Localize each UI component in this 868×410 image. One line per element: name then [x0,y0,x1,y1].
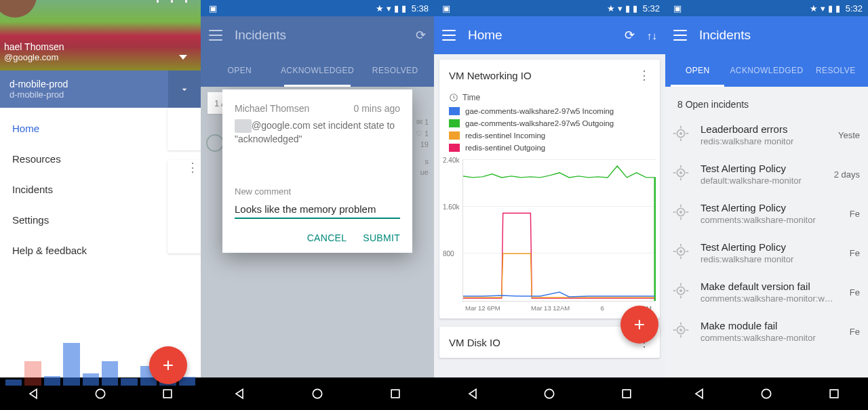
status-time: 5:32 [846,3,863,14]
page-title: Home [468,28,502,43]
incident-subtitle: default:walkshare-monitor [701,176,822,186]
incident-item[interactable]: Test Alerting Policydefault:walkshare-mo… [665,155,868,194]
tabs: OPEN ACKNOWLEDGED RESOLVE [665,54,868,87]
tab-open[interactable]: OPEN [201,54,279,87]
legend-time-basis: Time [449,91,480,104]
tab-acknowledged[interactable]: ACKNOWLEDGED [730,54,803,87]
nfc-icon: ▮ [394,3,399,14]
page-title: Incidents [699,28,751,43]
menu-icon[interactable] [673,30,687,41]
submit-button[interactable]: SUBMIT [363,232,400,243]
legend-item: gae-comments-walkshare2-97w5 Outgoing [449,117,650,129]
comment-dialog: Michael Thomsen 0 mins ago xxx@google.co… [222,89,412,253]
project-selector[interactable]: d-mobile-prod d-mobile-prod [0,70,201,108]
incident-item[interactable]: Test Alerting Policycomments:walkshare-m… [665,194,868,233]
svg-point-2 [313,389,321,398]
incident-time: Fe [850,287,860,298]
page-title: Incidents [235,28,286,43]
nav-recent-icon[interactable] [620,387,633,401]
star-icon: ★ [810,3,818,14]
svg-point-21 [679,211,682,213]
star-icon: ★ [376,3,384,14]
nav-back-icon[interactable] [233,387,246,401]
screenshot-icon: ▣ [442,3,450,14]
incident-title: Test Alerting Policy [701,241,837,253]
wifi-icon: ▾ [618,3,623,14]
target-icon [671,320,691,340]
incident-time: Yeste [838,130,860,140]
dialog-body: xxx@google.com set incident state to "ac… [235,119,400,146]
incident-time: Fe [850,209,860,219]
nav-home-icon[interactable] [94,387,107,401]
content: 1 A ✉ 1 ♡ 1 19 s ue Michael Thomsen 0 mi… [201,87,434,377]
legend-item: redis-sentinel Outgoing [449,142,650,154]
refresh-icon[interactable]: ⟳ [416,28,426,43]
svg-point-0 [96,389,104,398]
card-more-icon[interactable]: ⋮ [638,68,650,83]
incident-title: Make module fail [701,320,837,331]
target-icon [671,123,691,144]
nav-home-icon[interactable] [760,387,773,401]
incident-title: Test Alerting Policy [701,202,837,213]
fab-add[interactable]: + [620,306,658,344]
project-subtitle: d-mobile-prod [9,89,191,100]
nav-recent-icon[interactable] [161,387,174,401]
incident-item[interactable]: Make default version failcomments:walksh… [665,272,868,312]
incident-subtitle: redis:walkshare monitor [701,254,837,264]
android-navbar [201,377,434,410]
target-icon [671,281,691,301]
nav-home-icon[interactable] [311,387,324,401]
fab-add[interactable]: + [149,346,187,384]
nav-home-icon[interactable] [542,387,556,401]
comment-input[interactable] [235,201,400,219]
target-icon [671,202,691,222]
tab-resolved[interactable]: RESOLVED [356,54,434,87]
status-time: 5:32 [643,3,660,14]
chevron-down-icon[interactable] [168,70,201,108]
refresh-icon[interactable]: ⟳ [625,28,635,43]
account-caret-icon[interactable] [179,55,187,60]
tab-open[interactable]: OPEN [665,54,730,87]
incident-item[interactable]: Leaderboard errorsredis:walkshare monito… [665,115,868,155]
legend-item: redis-sentinel Incoming [449,129,650,142]
card-title: VM Networking IO [449,70,532,81]
sort-icon[interactable]: ↑↓ [647,30,657,41]
nav-back-icon[interactable] [466,387,479,401]
battery-icon: ▮ [633,3,637,14]
android-statusbar: ▣ ★ ▾ ▮ ▮ 5:32 [434,0,665,16]
card-title: VM Disk IO [449,337,500,348]
screenshot-icon: ▣ [673,3,682,14]
svg-point-27 [679,250,682,253]
nfc-icon: ▮ [625,3,630,14]
incident-subtitle: comments:walkshare-monitor [701,215,837,225]
incident-title: Leaderboard errors [701,123,826,135]
cancel-button[interactable]: CANCEL [307,232,347,243]
nav-back-icon[interactable] [26,387,40,401]
menu-icon[interactable] [209,30,222,41]
incident-item[interactable]: Test Alerting Policyredis:walkshare moni… [665,233,868,272]
chart-legend: Time gae-comments-walkshare2-97w5 Incomi… [439,91,660,159]
incident-item[interactable]: Make module failcomments:walkshare-monit… [665,312,868,351]
appbar: Home ⟳ ↑↓ [434,16,665,54]
incident-subtitle: redis:walkshare monitor [701,136,826,146]
target-icon [671,163,691,183]
project-title: d-mobile-prod [9,79,191,89]
tab-resolved[interactable]: RESOLVE [804,54,868,87]
content: VM Networking IO ⋮ Time gae-comments-wal… [434,54,665,377]
incident-time: 2 days [834,169,860,180]
tabs: OPEN ACKNOWLEDGED RESOLVED [201,54,434,87]
dialog-timestamp: 0 mins ago [354,103,400,114]
svg-rect-1 [163,390,172,398]
tab-acknowledged[interactable]: ACKNOWLEDGED [279,54,357,87]
nav-back-icon[interactable] [692,387,706,401]
svg-rect-5 [654,178,656,301]
incident-subtitle: comments:walkshare-monitor [701,333,837,343]
nav-recent-icon[interactable] [389,387,402,401]
nav-recent-icon[interactable] [827,387,841,401]
menu-icon[interactable] [442,30,456,41]
svg-rect-45 [830,390,838,398]
svg-rect-7 [623,390,631,398]
svg-point-39 [679,329,682,331]
dialog-author: Michael Thomsen [235,103,354,114]
appbar: Incidents [665,16,868,54]
